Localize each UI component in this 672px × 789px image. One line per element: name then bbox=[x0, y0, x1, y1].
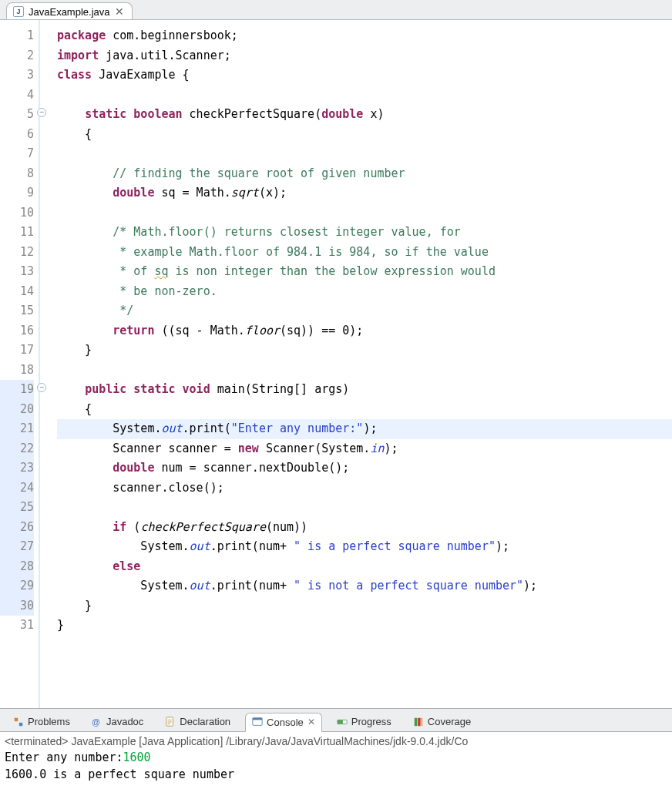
bottom-tab-label: Declaration bbox=[180, 716, 230, 727]
bottom-tab-label: Console bbox=[267, 717, 304, 728]
code-line[interactable]: * be non-zero. bbox=[57, 282, 672, 302]
console-input: 1600 bbox=[123, 750, 151, 764]
code-line[interactable]: System.out.print(num+ " is a perfect squ… bbox=[57, 537, 672, 557]
svg-text:@: @ bbox=[92, 717, 100, 726]
console-output: 1600.0 is a perfect square number bbox=[5, 766, 667, 783]
svg-rect-8 bbox=[415, 717, 418, 726]
code-line[interactable] bbox=[57, 498, 672, 518]
code-content[interactable]: package com.beginnersbook;import java.ut… bbox=[40, 20, 672, 708]
editor-tab[interactable]: J JavaExample.java ✕ bbox=[6, 2, 133, 19]
java-file-icon: J bbox=[13, 6, 24, 17]
code-line[interactable]: // finding the square root of given numb… bbox=[57, 164, 672, 184]
bottom-tab-label: Problems bbox=[28, 716, 70, 727]
progress-icon bbox=[337, 717, 348, 727]
bottom-tab-javadoc[interactable]: @Javadoc bbox=[85, 712, 150, 731]
code-line[interactable]: */ bbox=[57, 301, 672, 321]
code-line[interactable]: { bbox=[57, 125, 672, 145]
bottom-tab-console[interactable]: Console ✕ bbox=[245, 713, 322, 732]
console-view: <terminated> JavaExample [Java Applicati… bbox=[0, 732, 672, 789]
line-gutter: 12345−678910111213141516171819−202122232… bbox=[0, 20, 40, 708]
bottom-tab-label: Coverage bbox=[428, 716, 471, 727]
console-prompt: Enter any number: bbox=[5, 750, 123, 764]
fold-toggle-icon[interactable]: − bbox=[37, 383, 46, 392]
code-line[interactable]: package com.beginnersbook; bbox=[57, 26, 672, 46]
console-header: <terminated> JavaExample [Java Applicati… bbox=[5, 734, 667, 749]
coverage-icon bbox=[413, 717, 424, 727]
code-line[interactable]: System.out.print("Enter any number:"); bbox=[57, 419, 672, 439]
editor-tab-bar: J JavaExample.java ✕ bbox=[0, 0, 672, 20]
tab-filename: JavaExample.java bbox=[29, 6, 110, 18]
code-line[interactable]: class JavaExample { bbox=[57, 65, 672, 86]
svg-rect-0 bbox=[15, 717, 18, 720]
bottom-tab-declaration[interactable]: Declaration bbox=[158, 712, 237, 731]
code-line[interactable]: { bbox=[57, 400, 672, 420]
code-line[interactable]: * of sq is non integer than the below ex… bbox=[57, 262, 672, 282]
fold-toggle-icon[interactable]: − bbox=[37, 108, 46, 117]
code-line[interactable]: } bbox=[57, 596, 672, 616]
code-line[interactable]: Scanner scanner = new Scanner(System.in)… bbox=[57, 439, 672, 459]
javadoc-icon: @ bbox=[92, 717, 102, 727]
bottom-tab-bar: Problems@JavadocDeclarationConsole ✕Prog… bbox=[0, 709, 672, 732]
code-editor[interactable]: 12345−678910111213141516171819−202122232… bbox=[0, 20, 672, 708]
code-line[interactable]: * example Math.floor of 984.1 is 984, so… bbox=[57, 243, 672, 263]
code-line[interactable]: import java.util.Scanner; bbox=[57, 46, 672, 66]
svg-rect-1 bbox=[19, 722, 22, 725]
code-line[interactable] bbox=[57, 361, 672, 381]
code-line[interactable]: else bbox=[57, 557, 672, 577]
code-line[interactable]: scanner.close(); bbox=[57, 478, 672, 499]
code-line[interactable] bbox=[57, 86, 672, 106]
code-line[interactable]: } bbox=[57, 616, 672, 636]
code-line[interactable] bbox=[57, 203, 672, 223]
bottom-panel: Problems@JavadocDeclarationConsole ✕Prog… bbox=[0, 708, 672, 789]
code-line[interactable]: static boolean checkPerfectSquare(double… bbox=[57, 105, 672, 125]
svg-rect-9 bbox=[418, 717, 421, 726]
code-line[interactable]: return ((sq - Math.floor(sq)) == 0); bbox=[57, 321, 672, 341]
svg-rect-5 bbox=[253, 718, 262, 720]
bottom-tab-progress[interactable]: Progress bbox=[330, 712, 398, 731]
code-line[interactable]: double num = scanner.nextDouble(); bbox=[57, 458, 672, 478]
problems-icon bbox=[13, 717, 24, 727]
code-line[interactable] bbox=[57, 144, 672, 164]
code-line[interactable]: } bbox=[57, 341, 672, 361]
code-line[interactable]: if (checkPerfectSquare(num)) bbox=[57, 518, 672, 538]
close-icon[interactable]: ✕ bbox=[307, 717, 315, 727]
code-line[interactable]: System.out.print(num+ " is not a perfect… bbox=[57, 576, 672, 596]
code-line[interactable]: public static void main(String[] args) bbox=[57, 380, 672, 400]
declaration-icon bbox=[165, 717, 176, 727]
code-line[interactable]: double sq = Math.sqrt(x); bbox=[57, 183, 672, 203]
tab-close-icon[interactable]: ✕ bbox=[115, 5, 124, 18]
bottom-tab-problems[interactable]: Problems bbox=[6, 712, 77, 731]
svg-rect-7 bbox=[338, 720, 343, 724]
bottom-tab-label: Progress bbox=[351, 716, 391, 727]
bottom-tab-coverage[interactable]: Coverage bbox=[406, 712, 478, 731]
bottom-tab-label: Javadoc bbox=[106, 716, 143, 727]
console-icon bbox=[252, 717, 263, 727]
svg-rect-10 bbox=[421, 717, 422, 726]
code-line[interactable]: /* Math.floor() returns closest integer … bbox=[57, 223, 672, 243]
